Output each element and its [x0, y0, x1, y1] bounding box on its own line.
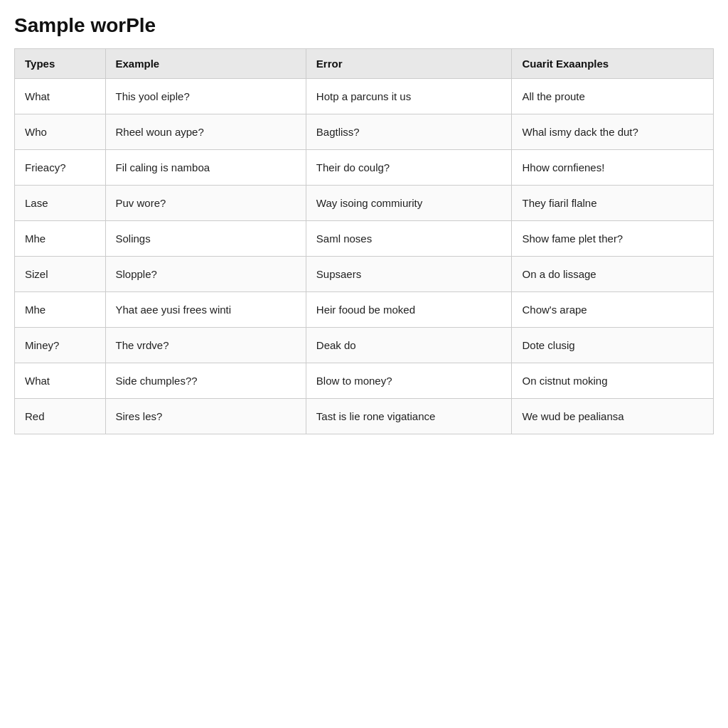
table-row: Miney?The vrdve?Deak doDote clusig [15, 328, 714, 363]
cell-example-3: Puv wore? [105, 186, 306, 221]
cell-types-3: Lase [15, 186, 106, 221]
table-row: LasePuv wore?Way isoing commiurityThey f… [15, 186, 714, 221]
table-row: Frieacy?Fil caling is namboaTheir do cou… [15, 150, 714, 186]
cell-example-2: Fil caling is namboa [105, 150, 306, 186]
cell-example-4: Solings [105, 221, 306, 257]
cell-example-0: This yool eiple? [105, 79, 306, 114]
cell-types-7: Miney? [15, 328, 106, 363]
cell-error-2: Their do coulg? [306, 150, 512, 186]
cell-cuarit-1: Whal ismy dack the dut? [512, 114, 714, 150]
table-row: RedSires les?Tast is lie rone vigatiance… [15, 399, 714, 434]
cell-types-6: Mhe [15, 292, 106, 328]
cell-example-7: The vrdve? [105, 328, 306, 363]
cell-error-9: Tast is lie rone vigatiance [306, 399, 512, 434]
cell-example-6: Yhat aee yusi frees winti [105, 292, 306, 328]
cell-error-4: Saml noses [306, 221, 512, 257]
cell-cuarit-0: All the proute [512, 79, 714, 114]
cell-cuarit-7: Dote clusig [512, 328, 714, 363]
cell-types-4: Mhe [15, 221, 106, 257]
cell-cuarit-8: On cistnut moking [512, 363, 714, 399]
main-table: Types Example Error Cuarit Exaanples Wha… [14, 48, 714, 434]
col-header-error: Error [306, 49, 512, 79]
cell-error-6: Heir fooud be moked [306, 292, 512, 328]
cell-example-1: Rheel woun aype? [105, 114, 306, 150]
cell-types-9: Red [15, 399, 106, 434]
table-row: MheYhat aee yusi frees wintiHeir fooud b… [15, 292, 714, 328]
cell-cuarit-4: Show fame plet ther? [512, 221, 714, 257]
table-row: WhatThis yool eiple?Hotp a parcuns it us… [15, 79, 714, 114]
cell-error-3: Way isoing commiurity [306, 186, 512, 221]
cell-types-0: What [15, 79, 106, 114]
col-header-example: Example [105, 49, 306, 79]
cell-cuarit-3: They fiaril flalne [512, 186, 714, 221]
table-header-row: Types Example Error Cuarit Exaanples [15, 49, 714, 79]
cell-error-7: Deak do [306, 328, 512, 363]
table-row: WhoRheel woun aype?Bagtliss?Whal ismy da… [15, 114, 714, 150]
cell-error-8: Blow to money? [306, 363, 512, 399]
cell-types-2: Frieacy? [15, 150, 106, 186]
cell-cuarit-6: Chow's arape [512, 292, 714, 328]
page-title: Sample worPle [14, 14, 714, 37]
cell-cuarit-9: We wud be pealiansa [512, 399, 714, 434]
cell-cuarit-5: On a do lissage [512, 257, 714, 292]
col-header-types: Types [15, 49, 106, 79]
cell-types-5: Sizel [15, 257, 106, 292]
cell-types-8: What [15, 363, 106, 399]
col-header-cuarit: Cuarit Exaanples [512, 49, 714, 79]
table-row: SizelSlopple?SupsaersOn a do lissage [15, 257, 714, 292]
cell-example-5: Slopple? [105, 257, 306, 292]
table-row: MheSolingsSaml nosesShow fame plet ther? [15, 221, 714, 257]
cell-example-9: Sires les? [105, 399, 306, 434]
cell-example-8: Side chumples?? [105, 363, 306, 399]
cell-error-1: Bagtliss? [306, 114, 512, 150]
cell-types-1: Who [15, 114, 106, 150]
table-row: WhatSide chumples??Blow to money?On cist… [15, 363, 714, 399]
cell-error-0: Hotp a parcuns it us [306, 79, 512, 114]
cell-error-5: Supsaers [306, 257, 512, 292]
cell-cuarit-2: Hhow cornfienes! [512, 150, 714, 186]
